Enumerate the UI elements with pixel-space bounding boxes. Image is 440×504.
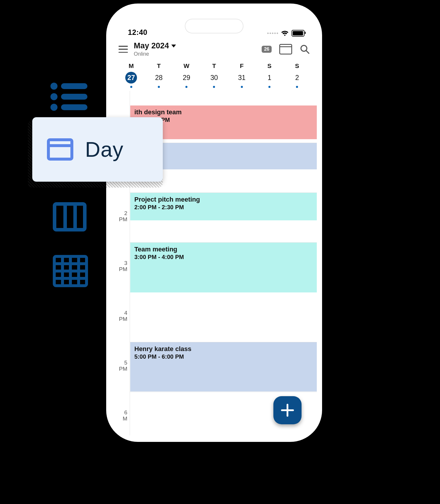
chevron-down-icon (171, 45, 176, 47)
month-view-icon[interactable] (53, 255, 88, 288)
today-button[interactable]: 26 (262, 46, 272, 53)
cellular-dots-icon (267, 33, 278, 34)
hour-label: 3PM (119, 260, 128, 273)
weekday-label: S (295, 62, 299, 69)
day-view-icon (47, 138, 73, 161)
svg-rect-5 (61, 104, 87, 110)
event-time: 5:00 PM - 6:00 PM (134, 353, 313, 360)
week-day[interactable]: W29 (173, 62, 200, 88)
svg-point-4 (50, 104, 57, 111)
event-indicator-dot (213, 86, 215, 88)
phone-frame: 12:40 (111, 9, 317, 437)
weekday-label: F (240, 62, 244, 69)
statusbar-time: 12:40 (128, 28, 147, 37)
menu-button[interactable] (119, 46, 128, 53)
event-indicator-dot (158, 86, 160, 88)
phone-notch (185, 19, 243, 33)
day-number: 29 (183, 74, 190, 82)
battery-icon (292, 30, 304, 37)
day-number: 2 (295, 74, 299, 82)
event-title: Henry karate class (134, 345, 313, 353)
svg-point-2 (50, 93, 57, 100)
weekday-label: S (268, 62, 272, 69)
month-title: May 2024 (134, 41, 169, 50)
day-number: 30 (210, 74, 218, 82)
month-picker[interactable]: May 2024 Online (134, 41, 256, 57)
day-number: 27 (127, 74, 135, 82)
event-time: 3:00 PM - 4:00 PM (134, 254, 313, 260)
day-view-label: Day (85, 137, 123, 161)
weekday-label: W (184, 62, 189, 69)
week-day[interactable]: M27 (117, 62, 145, 88)
week-day[interactable]: F31 (228, 62, 255, 88)
weekday-label: T (212, 62, 216, 69)
day-number-wrap: 28 (153, 72, 165, 84)
day-number: 1 (268, 74, 271, 82)
week-view-icon[interactable] (53, 202, 87, 233)
event-indicator-dot (296, 86, 298, 88)
day-number-wrap: 30 (208, 72, 220, 84)
calendar-event[interactable]: Project pitch meeting2:00 PM - 2:30 PM (130, 193, 317, 220)
day-number: 31 (238, 74, 246, 82)
wifi-icon (281, 30, 289, 36)
week-day[interactable]: T28 (145, 62, 172, 88)
svg-rect-3 (61, 94, 87, 100)
list-view-icon[interactable] (50, 82, 88, 111)
svg-point-0 (50, 83, 57, 90)
weekday-label: M (128, 62, 134, 69)
weekday-label: T (157, 62, 161, 69)
calendar-event[interactable]: Team meeting3:00 PM - 4:00 PM (130, 243, 317, 292)
event-time: 2:00 PM - 2:30 PM (134, 204, 313, 211)
search-button[interactable] (300, 44, 310, 54)
event-indicator-dot (241, 86, 243, 88)
day-number: 28 (155, 74, 163, 82)
hour-label: 5PM (119, 360, 128, 372)
svg-rect-1 (61, 83, 87, 89)
hour-label: 6M (123, 410, 127, 422)
app-header: May 2024 Online 26 (111, 40, 317, 61)
hour-label: 2PM (119, 210, 128, 223)
svg-line-17 (306, 51, 309, 53)
day-number-wrap: 27 (125, 72, 137, 84)
week-day[interactable]: S1 (255, 62, 283, 88)
week-day[interactable]: T30 (200, 62, 228, 88)
event-title: Team meeting (134, 246, 313, 253)
day-view-badge[interactable]: Day (32, 117, 163, 182)
hour-label: 4PM (119, 310, 128, 322)
day-number-wrap: 29 (181, 72, 192, 84)
event-indicator-dot (185, 86, 187, 88)
day-number-wrap: 2 (291, 72, 303, 84)
event-indicator-dot (130, 86, 132, 88)
svg-rect-6 (55, 204, 85, 230)
day-number-wrap: 31 (236, 72, 248, 84)
view-toggle-button[interactable] (279, 44, 292, 55)
week-day[interactable]: S2 (283, 62, 311, 88)
status-subtitle: Online (134, 51, 256, 57)
add-event-button[interactable] (273, 396, 302, 424)
week-day-strip: M27T28W29T30F31S1S2 (111, 61, 317, 91)
calendar-event[interactable]: Henry karate class5:00 PM - 6:00 PM (130, 342, 317, 391)
event-indicator-dot (268, 86, 270, 88)
event-title: Project pitch meeting (134, 196, 313, 203)
event-title: ith design team (134, 108, 313, 116)
day-number-wrap: 1 (264, 72, 275, 84)
